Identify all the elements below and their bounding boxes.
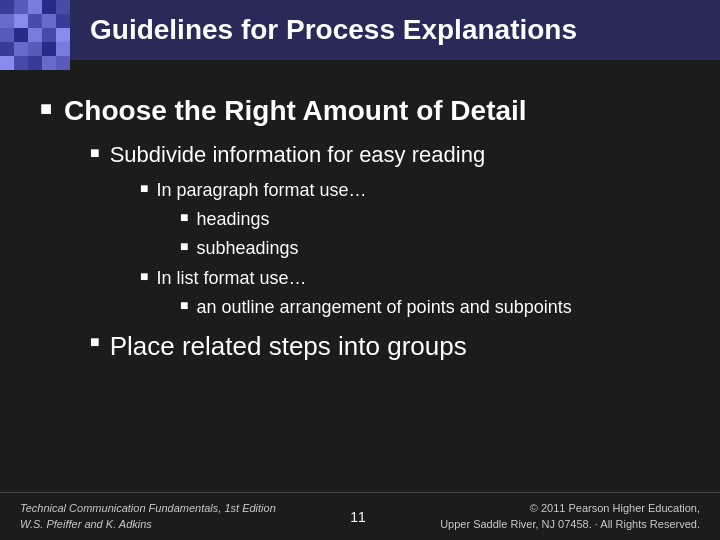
bullet-l4-headings: ■ headings xyxy=(180,207,680,232)
footer-right-line1: © 2011 Pearson Higher Education, xyxy=(440,501,700,516)
bullet-l2-place: ■ Place related steps into groups xyxy=(90,330,680,364)
bullet-text-l2-subdivide: Subdivide information for easy reading xyxy=(110,141,485,170)
mosaic-cell xyxy=(0,14,14,28)
footer-left-line1: Technical Communication Fundamentals, 1s… xyxy=(20,501,276,516)
bullet-l2-subdivide: ■ Subdivide information for easy reading xyxy=(90,141,680,170)
bullet-marker-l2: ■ xyxy=(90,144,100,162)
bullet-l3-paragraph: ■ In paragraph format use… xyxy=(140,178,680,203)
bullet-marker-l2-place: ■ xyxy=(90,333,100,351)
mosaic-cell xyxy=(0,42,14,56)
mosaic-cell xyxy=(14,0,28,14)
bullet-text-l1: Choose the Right Amount of Detail xyxy=(64,93,527,129)
mosaic-cell xyxy=(14,42,28,56)
mosaic-cell xyxy=(56,42,70,56)
mosaic-cell xyxy=(0,28,14,42)
bullet-l3-list: ■ In list format use… xyxy=(140,266,680,291)
bullet-marker-l3-para: ■ xyxy=(140,181,148,197)
mosaic-cell xyxy=(28,14,42,28)
bullet-l1-detail: ■ Choose the Right Amount of Detail xyxy=(40,93,680,129)
mosaic-cell xyxy=(0,0,14,14)
mosaic-cell xyxy=(56,28,70,42)
mosaic-cell xyxy=(42,0,56,14)
bullet-l4-outline: ■ an outline arrangement of points and s… xyxy=(180,295,680,320)
slide-title: Guidelines for Process Explanations xyxy=(90,14,577,46)
mosaic-cell xyxy=(56,0,70,14)
bullet-text-l4-headings: headings xyxy=(196,207,269,232)
title-bar: Guidelines for Process Explanations xyxy=(70,0,720,60)
mosaic-cell xyxy=(42,14,56,28)
mosaic-decoration xyxy=(0,0,70,70)
bullet-marker-l1: ■ xyxy=(40,97,52,120)
bullet-marker-l4-outline: ■ xyxy=(180,298,188,314)
mosaic-grid xyxy=(0,0,70,70)
bullet-text-l4-subheadings: subheadings xyxy=(196,236,298,261)
footer-citation: Technical Communication Fundamentals, 1s… xyxy=(20,501,276,532)
footer-left-line2: W.S. Pfeiffer and K. Adkins xyxy=(20,517,276,532)
bullet-marker-l4-subheadings: ■ xyxy=(180,239,188,255)
mosaic-cell xyxy=(42,28,56,42)
slide-footer: Technical Communication Fundamentals, 1s… xyxy=(0,492,720,540)
bullet-marker-l3-list: ■ xyxy=(140,269,148,285)
bullet-text-l3-para: In paragraph format use… xyxy=(156,178,366,203)
footer-page-number: 11 xyxy=(350,509,366,525)
footer-copyright: © 2011 Pearson Higher Education, Upper S… xyxy=(440,501,700,532)
slide-content: ■ Choose the Right Amount of Detail ■ Su… xyxy=(0,65,720,490)
bullet-l4-subheadings: ■ subheadings xyxy=(180,236,680,261)
bullet-marker-l4-headings: ■ xyxy=(180,210,188,226)
mosaic-cell xyxy=(14,14,28,28)
bullet-text-l3-list: In list format use… xyxy=(156,266,306,291)
bullet-text-l2-place: Place related steps into groups xyxy=(110,330,467,364)
footer-right-line2: Upper Saddle River, NJ 07458. · All Righ… xyxy=(440,517,700,532)
slide: Guidelines for Process Explanations ■ Ch… xyxy=(0,0,720,540)
mosaic-cell xyxy=(14,28,28,42)
mosaic-cell xyxy=(42,42,56,56)
mosaic-cell xyxy=(28,28,42,42)
mosaic-cell xyxy=(28,0,42,14)
bullet-text-l4-outline: an outline arrangement of points and sub… xyxy=(196,295,571,320)
mosaic-cell xyxy=(28,42,42,56)
mosaic-cell xyxy=(56,14,70,28)
